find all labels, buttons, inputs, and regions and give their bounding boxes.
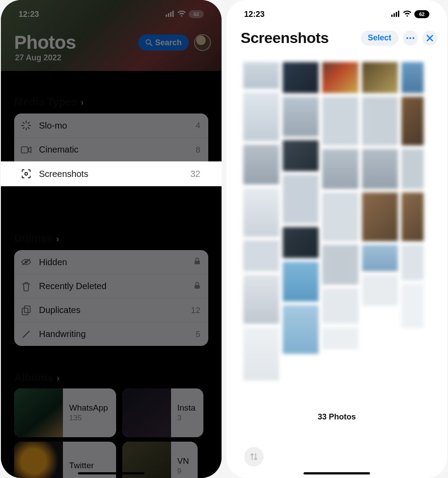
clock: 12:23 <box>19 10 39 19</box>
svg-rect-25 <box>393 13 395 17</box>
cinematic-label: Cinematic <box>39 145 188 155</box>
eye-off-icon <box>20 258 32 266</box>
utility-duplicates-row[interactable]: Duplicates 12 <box>14 298 208 322</box>
svg-line-5 <box>150 44 152 46</box>
svg-line-10 <box>23 122 24 124</box>
chevron-right-icon: › <box>56 234 59 244</box>
photo-thumbnail[interactable] <box>401 62 424 93</box>
close-icon <box>426 35 433 42</box>
sort-button[interactable] <box>244 447 264 466</box>
albums-header[interactable]: Albums › <box>14 372 60 384</box>
photo-thumbnail[interactable] <box>362 275 398 306</box>
photo-thumbnail[interactable] <box>322 327 358 349</box>
photo-thumbnail[interactable] <box>362 62 398 93</box>
photo-thumbnail[interactable] <box>243 145 279 184</box>
duplicates-count: 12 <box>191 306 200 315</box>
album-whatsapp[interactable]: WhatsApp 135 <box>14 388 116 437</box>
photo-thumbnail[interactable] <box>401 97 424 145</box>
svg-rect-14 <box>21 147 28 153</box>
utility-hidden-row[interactable]: Hidden <box>14 250 208 274</box>
hero-date: 27 Aug 2022 <box>15 53 61 63</box>
photo-grid[interactable] <box>243 62 437 380</box>
svg-rect-18 <box>195 261 200 264</box>
svg-rect-24 <box>391 15 393 17</box>
home-indicator[interactable] <box>304 472 370 474</box>
pencil-icon <box>20 330 32 339</box>
photo-thumbnail[interactable] <box>243 327 279 380</box>
photo-thumbnail[interactable] <box>322 62 358 93</box>
search-icon <box>145 39 152 46</box>
photo-thumbnail[interactable] <box>243 62 279 89</box>
photo-thumbnail[interactable] <box>322 288 358 324</box>
media-slomo-row[interactable]: Slo-mo 4 <box>14 114 208 137</box>
select-button[interactable]: Select <box>361 31 398 46</box>
status-icons: 62 <box>391 10 429 19</box>
media-types-header[interactable]: Media Types › <box>14 96 84 108</box>
profile-avatar[interactable] <box>194 34 211 51</box>
utility-recently-deleted-row[interactable]: Recently Deleted <box>14 274 208 298</box>
album-name: WhatsApp <box>69 403 108 413</box>
home-indicator[interactable] <box>78 472 144 474</box>
photo-thumbnail[interactable] <box>283 62 319 93</box>
photo-thumbnail[interactable] <box>283 140 319 171</box>
photo-thumbnail[interactable] <box>243 92 279 141</box>
media-cinematic-row[interactable]: Cinematic 8 <box>14 137 208 161</box>
album-name: VN <box>177 456 189 466</box>
photo-thumbnail[interactable] <box>401 149 424 189</box>
photo-thumbnail[interactable] <box>322 149 358 189</box>
svg-rect-26 <box>396 12 397 17</box>
photo-thumbnail[interactable] <box>243 240 279 271</box>
album-name: Insta <box>177 403 195 413</box>
utilities-header[interactable]: Utilities › <box>14 232 59 245</box>
photo-thumbnail[interactable] <box>322 245 358 285</box>
photo-thumbnail[interactable] <box>283 305 319 354</box>
photo-thumbnail[interactable] <box>401 245 424 280</box>
sort-arrows-icon <box>249 452 258 461</box>
svg-line-11 <box>28 127 29 129</box>
slomo-label: Slo-mo <box>39 121 188 131</box>
photo-thumbnail[interactable] <box>322 192 358 241</box>
svg-rect-21 <box>22 308 28 315</box>
photo-thumbnail[interactable] <box>362 245 398 271</box>
title-row: Photos Search <box>14 32 211 53</box>
photo-thumbnail[interactable] <box>283 262 319 302</box>
close-button[interactable] <box>422 31 437 46</box>
more-button[interactable] <box>403 31 418 46</box>
search-button[interactable]: Search <box>138 35 189 51</box>
svg-rect-20 <box>24 306 30 313</box>
chevron-right-icon: › <box>81 97 84 107</box>
photo-thumbnail[interactable] <box>401 284 424 328</box>
photo-thumbnail[interactable] <box>362 149 398 189</box>
photo-thumbnail[interactable] <box>401 192 424 241</box>
albums-row-1[interactable]: WhatsApp 135 Insta 3 <box>14 388 222 437</box>
photo-thumbnail[interactable] <box>283 227 319 258</box>
svg-point-29 <box>409 37 411 39</box>
photo-thumbnail[interactable] <box>362 192 398 241</box>
media-screenshots-row[interactable]: Screenshots 32 <box>1 161 222 186</box>
photo-thumbnail[interactable] <box>283 175 319 223</box>
svg-point-28 <box>406 37 408 39</box>
album-count: 135 <box>69 414 108 423</box>
capture-icon <box>20 169 32 179</box>
screenshots-count: 32 <box>191 169 200 179</box>
album-count: 3 <box>177 414 195 423</box>
photo-thumbnail[interactable] <box>243 275 279 324</box>
svg-point-23 <box>25 172 27 175</box>
utility-handwriting-row[interactable]: Handwriting 5 <box>14 322 208 346</box>
photo-thumbnail[interactable] <box>362 97 398 145</box>
photo-thumbnail[interactable] <box>322 97 358 145</box>
battery-icon: 62 <box>189 10 204 18</box>
photos-scroll[interactable]: 12:23 62 Photos Search 27 Aug 20 <box>1 0 222 478</box>
photo-thumbnail[interactable] <box>283 97 319 137</box>
status-bar: 12:23 62 <box>1 0 222 23</box>
album-insta[interactable]: Insta 3 <box>122 388 203 437</box>
duplicates-label: Duplicates <box>39 305 184 315</box>
handwriting-count: 5 <box>195 329 200 339</box>
status-bar: 12:23 62 <box>226 0 447 23</box>
search-label: Search <box>155 38 182 47</box>
lock-icon <box>194 257 200 267</box>
photo-thumbnail[interactable] <box>243 188 279 237</box>
phone-photos-app: 12:23 62 Photos Search 27 Aug 20 <box>1 0 222 478</box>
cinematic-count: 8 <box>195 145 200 155</box>
cellular-icon <box>391 10 400 19</box>
